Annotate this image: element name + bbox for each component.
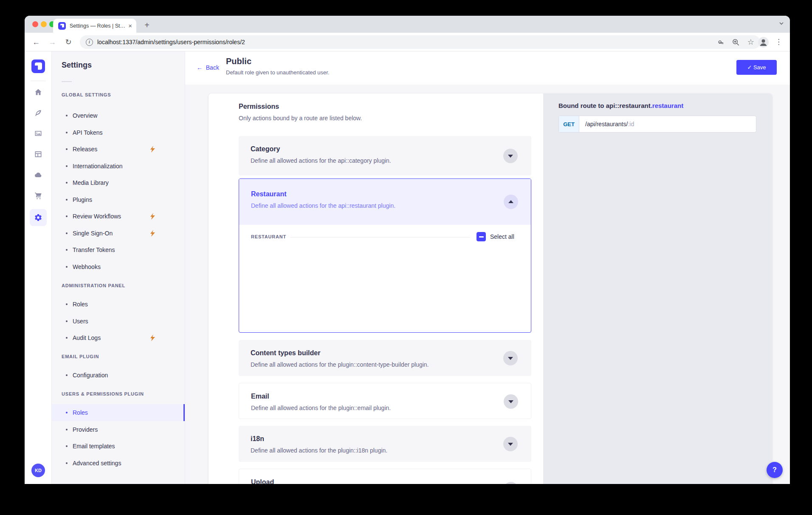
section-label-administration-panel: ADMINISTRATION PANEL bbox=[62, 283, 125, 288]
select-all-control[interactable]: Select all bbox=[476, 232, 514, 241]
sidebar-item-api-tokens[interactable]: API Tokens bbox=[52, 124, 185, 141]
strapi-logo-icon[interactable] bbox=[31, 59, 45, 73]
chevron-down-icon bbox=[508, 400, 513, 403]
accordion-category[interactable]: Category Define all allowed actions for … bbox=[239, 136, 531, 175]
accordion-restaurant-expanded: Restaurant Define all allowed actions fo… bbox=[239, 178, 531, 333]
chevron-down-icon bbox=[508, 357, 513, 360]
bound-route-title: Bound route to api::restaurant.restauran… bbox=[558, 102, 683, 109]
deploy-cloud-icon[interactable] bbox=[34, 171, 42, 179]
browser-profile-avatar[interactable] bbox=[758, 37, 769, 48]
expand-upload-button[interactable] bbox=[504, 482, 518, 484]
accordion-upload[interactable]: Upload bbox=[239, 469, 531, 484]
collapse-restaurant-button[interactable] bbox=[504, 195, 518, 209]
expand-category-button[interactable] bbox=[503, 149, 518, 163]
content-manager-layout-icon[interactable] bbox=[34, 150, 42, 158]
sidebar-item-review-workflows[interactable]: Review Workflows bbox=[52, 208, 185, 225]
browser-toolbar: ← → ↻ i localhost:1337/admin/settings/us… bbox=[25, 33, 790, 51]
bound-route-highlight: .restaurant bbox=[651, 102, 684, 109]
minimize-window-button[interactable] bbox=[41, 21, 47, 27]
main-nav-rail: KD bbox=[25, 51, 52, 484]
chevron-down-icon bbox=[508, 443, 513, 446]
profile-person-icon bbox=[758, 37, 769, 48]
back-icon[interactable]: ← bbox=[31, 37, 42, 48]
help-button[interactable]: ? bbox=[767, 462, 783, 478]
save-button[interactable]: ✓ Save bbox=[736, 60, 777, 75]
sidebar-item-providers[interactable]: Providers bbox=[52, 421, 185, 438]
sidebar-item-admin-roles[interactable]: Roles bbox=[52, 296, 185, 313]
browser-menu-icon[interactable]: ⋮ bbox=[775, 37, 782, 48]
main-content: ← Back Public Default role given to unau… bbox=[185, 51, 790, 484]
marketplace-cart-icon[interactable] bbox=[34, 191, 42, 200]
browser-window: Settings — Roles | Strapi × + ← → ↻ i lo… bbox=[25, 16, 790, 484]
accordion-i18n[interactable]: i18n Define all allowed actions for the … bbox=[239, 426, 531, 462]
strapi-app: KD Settings GLOBAL SETTINGS Overview API… bbox=[25, 51, 790, 484]
sidebar-item-configuration[interactable]: Configuration bbox=[52, 367, 185, 384]
strapi-favicon-icon bbox=[58, 22, 66, 30]
section-label-email-plugin: EMAIL PLUGIN bbox=[62, 354, 99, 359]
url-text[interactable]: localhost:1337/admin/settings/users-perm… bbox=[97, 39, 708, 45]
permissions-title: Permissions bbox=[239, 103, 279, 110]
section-label-users-permissions-plugin: USERS & PERMISSIONS PLUGIN bbox=[62, 391, 144, 396]
section-label-global-settings: GLOBAL SETTINGS bbox=[62, 92, 111, 97]
sidebar-item-email-templates[interactable]: Email templates bbox=[52, 438, 185, 455]
sidebar-title-divider bbox=[62, 81, 72, 82]
select-all-checkbox[interactable] bbox=[476, 232, 486, 241]
accordion-email[interactable]: Email Define all allowed actions for the… bbox=[239, 383, 531, 419]
sidebar-item-audit-logs[interactable]: Audit Logs bbox=[52, 329, 185, 346]
reload-icon[interactable]: ↻ bbox=[63, 37, 74, 48]
group-divider bbox=[290, 237, 470, 238]
route-param: :id bbox=[628, 121, 634, 127]
new-feature-bolt-icon bbox=[150, 146, 155, 153]
expand-email-button[interactable] bbox=[504, 394, 518, 409]
chevron-up-icon bbox=[508, 200, 513, 203]
site-info-icon[interactable]: i bbox=[86, 39, 93, 46]
save-check-icon: ✓ bbox=[747, 64, 752, 71]
http-method-badge: GET bbox=[559, 116, 579, 132]
tab-title: Settings — Roles | Strapi bbox=[70, 23, 126, 29]
accordion-content-types-builder[interactable]: Content types builder Define all allowed… bbox=[239, 340, 531, 376]
zoom-in-icon[interactable] bbox=[732, 38, 740, 46]
new-tab-button[interactable]: + bbox=[141, 19, 153, 32]
sidebar-item-overview[interactable]: Overview bbox=[52, 107, 185, 124]
content-type-builder-feather-icon[interactable] bbox=[34, 109, 42, 117]
route-display: GET /api/restaurants/:id bbox=[558, 116, 756, 133]
expand-ctb-button[interactable] bbox=[503, 351, 518, 365]
sidebar-item-releases[interactable]: Releases bbox=[52, 141, 185, 158]
page-header: ← Back Public Default role given to unau… bbox=[185, 51, 790, 85]
sidebar-item-internationalization[interactable]: Internationalization bbox=[52, 158, 185, 175]
sidebar-item-plugins[interactable]: Plugins bbox=[52, 191, 185, 208]
address-bar[interactable]: i localhost:1337/admin/settings/users-pe… bbox=[80, 35, 760, 49]
home-icon[interactable] bbox=[34, 88, 42, 96]
forward-icon[interactable]: → bbox=[47, 37, 58, 48]
back-link[interactable]: ← Back bbox=[197, 64, 219, 71]
tab-search-chevron-icon[interactable] bbox=[779, 21, 784, 26]
new-feature-bolt-icon bbox=[150, 213, 155, 220]
page-title: Public bbox=[226, 57, 251, 66]
bound-route-panel: Bound route to api::restaurant.restauran… bbox=[543, 93, 772, 484]
expand-i18n-button[interactable] bbox=[503, 437, 518, 451]
user-avatar[interactable]: KD bbox=[31, 464, 45, 477]
restaurant-group-label: RESTAURANT bbox=[251, 234, 286, 239]
rail-divider bbox=[31, 81, 46, 81]
tab-strip: Settings — Roles | Strapi × + bbox=[25, 16, 790, 33]
sidebar-item-advanced-settings[interactable]: Advanced settings bbox=[52, 455, 185, 472]
settings-gear-icon[interactable] bbox=[34, 213, 42, 222]
media-library-icon[interactable] bbox=[34, 129, 42, 138]
bookmark-star-icon[interactable]: ☆ bbox=[747, 38, 754, 46]
new-feature-bolt-icon bbox=[150, 334, 155, 341]
route-path: /api/restaurants/:id bbox=[585, 121, 634, 127]
sidebar-item-users[interactable]: Users bbox=[52, 313, 185, 330]
sidebar-item-up-roles[interactable]: Roles bbox=[52, 404, 185, 421]
sidebar-item-transfer-tokens[interactable]: Transfer Tokens bbox=[52, 241, 185, 258]
password-key-icon[interactable] bbox=[716, 38, 724, 46]
close-window-button[interactable] bbox=[32, 21, 38, 27]
sidebar-item-media-library[interactable]: Media Library bbox=[52, 174, 185, 191]
sidebar-item-webhooks[interactable]: Webhooks bbox=[52, 258, 185, 275]
settings-sidebar: Settings GLOBAL SETTINGS Overview API To… bbox=[52, 51, 185, 484]
permissions-panel: Permissions Only actions bound by a rout… bbox=[209, 93, 543, 484]
accordion-restaurant-header[interactable]: Restaurant Define all allowed actions fo… bbox=[239, 179, 531, 225]
permissions-subtitle: Only actions bound by a route are listed… bbox=[239, 115, 362, 122]
sidebar-item-single-sign-on[interactable]: Single Sign-On bbox=[52, 225, 185, 242]
tab-close-icon[interactable]: × bbox=[128, 22, 132, 29]
browser-tab[interactable]: Settings — Roles | Strapi × bbox=[53, 19, 136, 33]
